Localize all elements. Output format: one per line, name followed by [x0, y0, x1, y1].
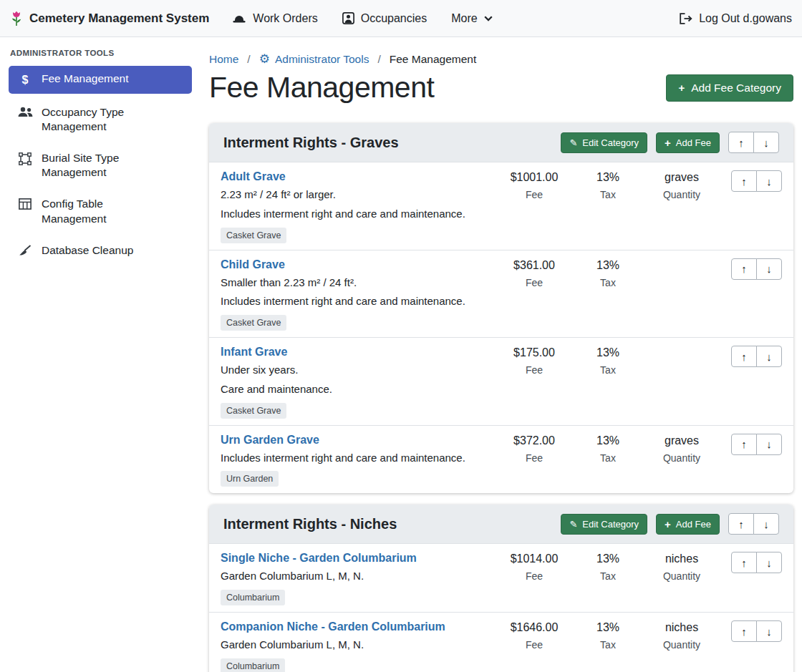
nav-work-orders[interactable]: Work Orders — [232, 12, 317, 25]
move-category-up-button[interactable]: ↑ — [728, 132, 754, 153]
move-category-down-button[interactable]: ↓ — [753, 132, 779, 153]
breadcrumb-admin-tools-link[interactable]: ⚙ Administrator Tools — [259, 52, 369, 67]
page-title: Fee Management — [209, 71, 434, 104]
nav-more[interactable]: More — [451, 12, 492, 25]
breadcrumb-home-link[interactable]: Home — [209, 53, 238, 66]
sidebar-item-label: Config Table Management — [42, 197, 170, 225]
edit-category-button[interactable]: ✎ Edit Category — [561, 132, 647, 153]
breadcrumb-admin-tools-label: Administrator Tools — [275, 53, 369, 66]
fee-reorder-buttons: ↑ ↓ — [731, 552, 782, 573]
sidebar-item-database-cleanup[interactable]: Database Cleanup — [9, 238, 192, 263]
move-fee-up-button[interactable]: ↑ — [731, 258, 757, 280]
add-fee-button[interactable]: + Add Fee — [656, 132, 720, 153]
move-fee-down-button[interactable]: ↓ — [756, 346, 782, 367]
fee-name-link[interactable]: Single Niche - Garden Columbarium — [221, 552, 417, 565]
fee-info: Adult Grave 2.23 m² / 24 ft² or larger.I… — [221, 170, 496, 243]
move-fee-up-button[interactable]: ↑ — [731, 346, 757, 367]
sidebar-item-label: Burial Site Type Management — [42, 151, 170, 180]
fee-row: Single Niche - Garden Columbarium Garden… — [209, 544, 793, 613]
nav-more-label: More — [451, 12, 477, 25]
logout-icon — [679, 13, 692, 24]
tax-col: 13% Tax — [572, 258, 644, 288]
tax-value: 13% — [572, 434, 644, 447]
fee-amount-col: $1646.00 Fee — [496, 620, 572, 651]
fee-type-badge: Columbarium — [221, 658, 285, 672]
move-fee-down-button[interactable]: ↓ — [756, 620, 782, 642]
tax-col: 13% Tax — [572, 346, 644, 376]
sidebar-item-fee-management[interactable]: $ Fee Management — [9, 66, 192, 94]
category-reorder-buttons: ↑ ↓ — [728, 132, 779, 153]
quantity-col: graves Quantity — [644, 434, 720, 464]
fee-type-badge: Casket Grave — [221, 228, 286, 243]
fee-name-link[interactable]: Urn Garden Grave — [221, 434, 319, 447]
category-header: Interment Rights - Graves ✎ Edit Categor… — [209, 123, 793, 162]
fee-description: Garden Columbarium L, M, N. — [221, 570, 489, 583]
edit-category-button[interactable]: ✎ Edit Category — [561, 514, 647, 535]
fee-name-link[interactable]: Infant Grave — [221, 346, 287, 359]
move-fee-up-button[interactable]: ↑ — [731, 170, 757, 192]
nav-work-orders-label: Work Orders — [253, 12, 317, 25]
people-icon — [17, 107, 33, 117]
fee-amount: $1646.00 — [496, 621, 572, 634]
vector-square-icon — [17, 152, 33, 165]
sidebar-item-occupancy-type[interactable]: Occupancy Type Management — [9, 99, 192, 140]
fee-row: Companion Niche - Garden Columbarium Gar… — [209, 613, 793, 672]
fee-amount: $361.00 — [496, 259, 572, 272]
tax-col: 13% Tax — [572, 434, 644, 464]
fee-amount: $372.00 — [496, 434, 572, 447]
breadcrumb-separator: / — [247, 53, 250, 66]
sidebar-item-config-table[interactable]: Config Table Management — [9, 191, 192, 231]
move-fee-down-button[interactable]: ↓ — [756, 434, 782, 455]
quantity-label: Quantity — [644, 639, 720, 651]
tax-value: 13% — [572, 259, 644, 272]
sidebar-heading: ADMINISTRATOR TOOLS — [10, 49, 190, 57]
fee-type-badge: Columbarium — [221, 590, 285, 605]
add-fee-category-button[interactable]: + Add Fee Category — [666, 74, 793, 102]
main-content: Home / ⚙ Administrator Tools / Fee Manag… — [200, 37, 802, 672]
table-icon — [17, 198, 33, 210]
breadcrumb-separator: / — [377, 53, 380, 66]
fee-info: Urn Garden Grave Includes interment righ… — [221, 434, 496, 487]
fee-name-link[interactable]: Adult Grave — [221, 170, 286, 183]
fee-descriptions: 2.23 m² / 24 ft² or larger.Includes inte… — [221, 188, 489, 221]
move-fee-down-button[interactable]: ↓ — [756, 170, 782, 192]
sidebar-item-label: Occupancy Type Management — [42, 105, 170, 134]
move-category-down-button[interactable]: ↓ — [753, 513, 779, 535]
nav-occupancies[interactable]: Occupancies — [342, 12, 427, 25]
fee-description: Under six years. — [221, 364, 489, 377]
category-title: Interment Rights - Graves — [223, 135, 561, 151]
quantity-label: Quantity — [644, 189, 720, 200]
fee-row: Child Grave Smaller than 2.23 m² / 24 ft… — [209, 250, 793, 339]
sidebar-item-label: Fee Management — [42, 72, 129, 86]
quantity-label: Quantity — [644, 452, 720, 464]
tax-label: Tax — [572, 639, 644, 651]
fee-description: Includes interment right and care and ma… — [221, 208, 489, 221]
move-fee-up-button[interactable]: ↑ — [731, 434, 757, 455]
add-fee-button[interactable]: + Add Fee — [656, 514, 720, 535]
fee-amount: $1014.00 — [496, 552, 572, 565]
fee-name-link[interactable]: Companion Niche - Garden Columbarium — [221, 620, 445, 633]
tax-col: 13% Tax — [572, 552, 644, 582]
add-fee-category-label: Add Fee Category — [691, 82, 781, 94]
occupancies-icon — [342, 12, 354, 24]
fee-name-link[interactable]: Child Grave — [221, 258, 285, 271]
top-navbar: Cemetery Management System Work Orders O… — [0, 0, 802, 37]
logout-button[interactable]: Log Out d.gowans — [679, 12, 792, 25]
tax-label: Tax — [572, 570, 644, 582]
breadcrumb-current: Fee Management — [390, 53, 477, 66]
work-orders-icon — [232, 13, 246, 24]
quantity-col: niches Quantity — [644, 552, 720, 582]
fee-descriptions: Smaller than 2.23 m² / 24 ft².Includes i… — [221, 276, 489, 309]
app-brand[interactable]: Cemetery Management System — [10, 11, 209, 26]
move-fee-down-button[interactable]: ↓ — [756, 552, 782, 573]
fee-amount-label: Fee — [496, 189, 572, 200]
category-header: Interment Rights - Niches ✎ Edit Categor… — [209, 505, 793, 544]
move-fee-up-button[interactable]: ↑ — [731, 620, 757, 642]
sidebar-item-burial-site-type[interactable]: Burial Site Type Management — [9, 145, 192, 185]
fee-amount-col: $1001.00 Fee — [496, 170, 572, 200]
move-fee-down-button[interactable]: ↓ — [756, 258, 782, 280]
fee-descriptions: Garden Columbarium L, M, N. — [221, 638, 489, 652]
move-category-up-button[interactable]: ↑ — [728, 513, 754, 535]
quantity-unit: graves — [644, 171, 720, 184]
move-fee-up-button[interactable]: ↑ — [731, 552, 757, 573]
